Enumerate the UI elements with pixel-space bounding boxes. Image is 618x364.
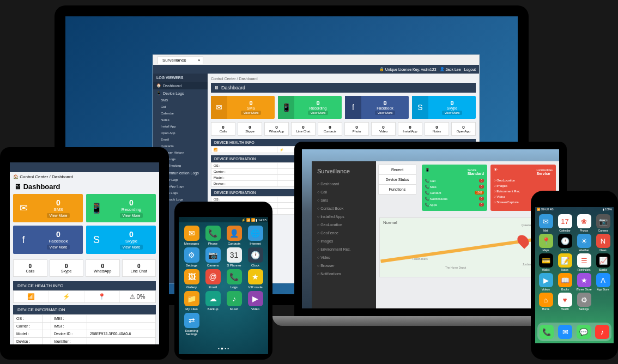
tab-functions[interactable]: Functions [378, 184, 416, 195]
card-recording[interactable]: 📱0RecordingView More [86, 194, 156, 222]
stat-tile[interactable]: 0Line Chat [291, 122, 316, 136]
stat-tile[interactable]: 0Photo [344, 122, 369, 136]
service-card[interactable]: 📱ServiceStandard 📞 Call0📞 Sms0📞 Contact1… [422, 165, 487, 211]
sidebar-item[interactable]: ○ Video [312, 253, 376, 262]
sidebar-item[interactable]: ○ Contact Book [312, 204, 376, 213]
app-icon[interactable]: 📝Notes [556, 253, 573, 271]
app-icon[interactable]: 👤Contacts [225, 226, 244, 245]
sidebar-item[interactable]: ○ Call [312, 188, 376, 196]
app-icon[interactable]: ▶Videos [537, 273, 554, 291]
sidebar-sub[interactable]: Notes [153, 117, 208, 123]
stat-tile[interactable]: 0Contacts [318, 122, 342, 136]
sidebar-item[interactable]: ○ Browser [312, 262, 376, 270]
sidebar-sub[interactable]: Call [153, 104, 208, 110]
app-icon[interactable]: 31S Planner [225, 247, 244, 267]
sidebar-sub[interactable]: SMS [153, 97, 208, 104]
card-facebook[interactable]: f0FacebookView More [345, 96, 409, 119]
app-icon[interactable]: ✉Messages [182, 226, 201, 245]
sidebar-sub[interactable]: Open App [153, 130, 208, 136]
dock-app-icon[interactable]: ♪ [595, 325, 609, 339]
mail-icon: ✉ [211, 96, 227, 119]
app-icon[interactable]: 💳Wallet [537, 253, 554, 271]
card-sms[interactable]: ✉0SMSView More [211, 96, 275, 119]
app-icon[interactable]: ☁Backup [203, 291, 222, 311]
app-icon[interactable]: 17Calendar [556, 214, 573, 232]
app-icon[interactable]: 🌐Internet [246, 226, 265, 245]
sidebar-item[interactable]: ○ Dashboard [312, 180, 376, 188]
stat-tile[interactable]: 0Calls [13, 259, 47, 277]
sidebar-item-dashboard[interactable]: 🏠 Dashboard [153, 82, 208, 89]
card-facebook[interactable]: f0FacebookView More [13, 226, 83, 254]
logout-button[interactable]: Logout [464, 68, 476, 71]
stat-tile[interactable]: 0Video [371, 122, 396, 136]
facebook-icon: f [13, 226, 34, 254]
dock-app-icon[interactable]: 📞 [540, 325, 554, 339]
card-recording[interactable]: 📱0RecordingView More [278, 96, 342, 119]
section-header: DEVICE HEALTH INFO [13, 281, 156, 290]
dock-app-icon[interactable]: ✉ [558, 325, 572, 339]
close-icon[interactable]: × [198, 58, 201, 63]
app-icon[interactable]: 🕐Clock [246, 247, 265, 267]
app-icon[interactable]: 🖼Gallery [182, 269, 201, 289]
sidebar-item[interactable]: ○ GeoFence [312, 229, 376, 237]
card-skype[interactable]: S0SkypeView More [86, 226, 156, 254]
android-phone: ⚡ 📶 📶 ▮ 14:35 ✉Messages📞Phone👤Contacts🌐I… [174, 202, 272, 360]
card-sms[interactable]: ✉0SMSView More [13, 194, 83, 222]
app-icon[interactable]: 📞Logs [225, 269, 244, 289]
app-icon[interactable]: AApp Store [595, 273, 611, 291]
app-icon[interactable]: @Email [203, 269, 222, 289]
dock-app-icon[interactable]: 💬 [577, 325, 591, 339]
app-icon[interactable]: 📷Camera [203, 247, 222, 267]
app-icon[interactable]: 📁My Files [182, 291, 201, 311]
sidebar-sub[interactable]: Email [153, 136, 208, 143]
app-icon[interactable]: ❀Photos [575, 214, 592, 232]
app-icon[interactable]: ☰Reminders [575, 253, 592, 271]
sidebar-sub[interactable]: Install App [153, 123, 208, 130]
app-icon[interactable]: 📍Maps [537, 234, 554, 252]
app-icon[interactable]: ★iTunes Store [575, 273, 592, 291]
app-icon[interactable]: 📈Stocks [595, 253, 611, 271]
app-icon[interactable]: ★VIP mode [246, 269, 265, 289]
sidebar-item[interactable]: ○ Installed Apps [312, 213, 376, 221]
stat-tile[interactable]: 0OpenApp [451, 122, 476, 136]
card-skype[interactable]: S0SkypeView More [412, 96, 476, 119]
app-icon[interactable]: ☀Weather [575, 234, 592, 252]
sidebar-item[interactable]: ○ GeoLocation [312, 221, 376, 229]
sidebar-item-devicelogs[interactable]: 📱 Device Logs [153, 89, 208, 97]
app-icon[interactable]: ⇄Roaming Settings [182, 313, 201, 336]
app-icon[interactable]: NNews [595, 234, 611, 252]
tab-device-status[interactable]: Device Status [378, 174, 416, 185]
app-icon[interactable]: ✉Mail [537, 214, 554, 232]
app-window: Surveillance ○ Dashboard○ Call○ Sms○ Con… [312, 161, 559, 308]
app-icon[interactable]: ♪Music [225, 291, 244, 311]
tablet-topbar [10, 162, 159, 172]
sidebar-sub[interactable]: Calendar [153, 110, 208, 117]
stat-tile[interactable]: 0WhatsApp [86, 259, 120, 277]
app-icon[interactable]: ⚙Settings [575, 293, 592, 311]
browser-tab[interactable]: Surveillance × [157, 56, 203, 64]
sidebar-item[interactable]: ○ Sms [312, 196, 376, 204]
stat-tile[interactable]: 0Skype [50, 259, 84, 277]
iphone-device: 📶 O2-UK 4G▮ 100% ✉Mail17Calendar❀Photos📷… [531, 191, 618, 360]
stat-tile[interactable]: 0Notes [425, 122, 449, 136]
user-label[interactable]: 👤 Jack Lee [440, 67, 461, 71]
map-panel[interactable]: Normal Fuddruckers The Home Depot Jordan… [379, 217, 556, 277]
iphone-screen: 📶 O2-UK 4G▮ 100% ✉Mail17Calendar❀Photos📷… [535, 207, 614, 343]
app-icon[interactable]: 📞Phone [203, 226, 222, 245]
stat-tile[interactable]: 0Line Chat [122, 259, 156, 277]
app-icon[interactable]: 🕐Clock [556, 234, 573, 252]
sidebar-item[interactable]: ○ Images [312, 237, 376, 245]
stat-tile[interactable]: 0WhatsApp [264, 122, 289, 136]
app-icon[interactable]: ⌂Home [537, 293, 554, 311]
app-icon[interactable]: ⚙Settings [182, 247, 201, 267]
stat-tile[interactable]: 0InstallApp [398, 122, 422, 136]
sidebar-item[interactable]: ○ Notifications [312, 270, 376, 278]
tab-recent[interactable]: Recent [378, 165, 416, 175]
app-icon[interactable]: ♥Health [556, 293, 573, 311]
sidebar-item[interactable]: ○ Environment Rec. [312, 245, 376, 253]
stat-tile[interactable]: 0Skype [238, 122, 262, 136]
stat-tile[interactable]: 0Calls [211, 122, 235, 136]
app-icon[interactable]: ▶Video [246, 291, 265, 311]
app-icon[interactable]: 📖iBooks [556, 273, 573, 291]
app-icon[interactable]: 📷Camera [595, 214, 611, 232]
